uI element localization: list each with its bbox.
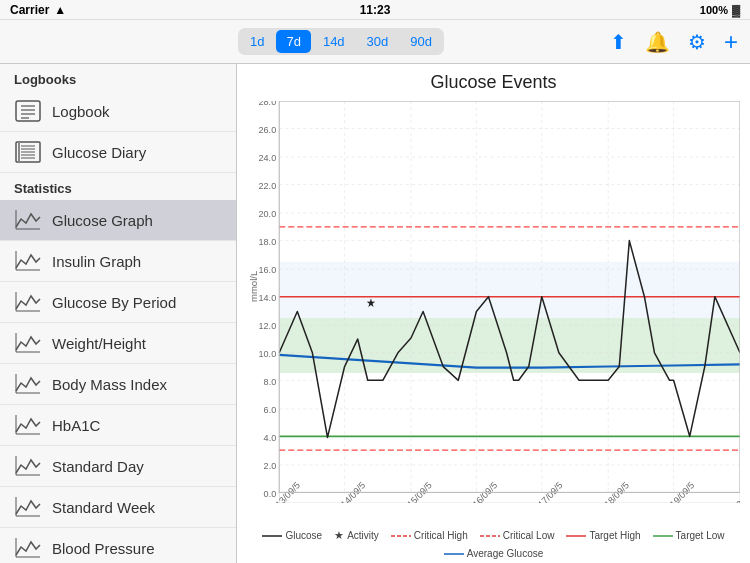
- time-btn-1d[interactable]: 1d: [240, 30, 274, 53]
- legend-activity: ★ Activity: [334, 529, 379, 542]
- sidebar-item-logbook[interactable]: Logbook: [0, 91, 236, 132]
- glucose-chart-svg: 28.0 26.0 24.0 22.0 20.0 18.0 16.0 14.0 …: [247, 101, 740, 503]
- legend-critical-low: Critical Low: [480, 530, 555, 541]
- svg-text:18.0: 18.0: [259, 237, 277, 247]
- chart-legend: Glucose ★ Activity Critical High Critica…: [247, 529, 740, 559]
- sidebar-label-glucose-diary: Glucose Diary: [52, 144, 146, 161]
- svg-text:14.0: 14.0: [259, 293, 277, 303]
- sidebar-item-insulin-graph[interactable]: Insulin Graph: [0, 241, 236, 282]
- svg-text:22.0: 22.0: [259, 181, 277, 191]
- time-btn-90d[interactable]: 90d: [400, 30, 442, 53]
- time-btn-30d[interactable]: 30d: [357, 30, 399, 53]
- sidebar-item-bmi[interactable]: Body Mass Index: [0, 364, 236, 405]
- logbook-icon: [14, 100, 42, 122]
- diary-icon: [14, 141, 42, 163]
- section-header-logbooks: Logbooks: [0, 64, 236, 91]
- battery-text: 100%: [700, 4, 728, 16]
- main-layout: Logbooks Logbook Glucose Di: [0, 64, 750, 563]
- blood-pressure-icon: [14, 537, 42, 559]
- sidebar-label-weight-height: Weight/Height: [52, 335, 146, 352]
- status-right: 100% ▓: [700, 4, 740, 16]
- svg-text:12.0: 12.0: [259, 321, 277, 331]
- sidebar-label-blood-pressure: Blood Pressure: [52, 540, 155, 557]
- svg-text:0.0: 0.0: [264, 488, 277, 498]
- sidebar-item-glucose-graph[interactable]: Glucose Graph: [0, 200, 236, 241]
- insulin-graph-icon: [14, 250, 42, 272]
- svg-text:28.0: 28.0: [259, 101, 277, 107]
- glucose-graph-icon: [14, 209, 42, 231]
- svg-text:8.0: 8.0: [264, 376, 277, 386]
- sidebar-item-glucose-diary[interactable]: Glucose Diary: [0, 132, 236, 173]
- sidebar: Logbooks Logbook Glucose Di: [0, 64, 237, 563]
- legend-label-activity: Activity: [347, 530, 379, 541]
- add-icon[interactable]: +: [724, 28, 738, 56]
- sidebar-item-glucose-by-period[interactable]: Glucose By Period: [0, 282, 236, 323]
- svg-text:24.0: 24.0: [259, 153, 277, 163]
- legend-target-low: Target Low: [653, 530, 725, 541]
- time-button-group: 1d 7d 14d 30d 90d: [238, 28, 444, 55]
- legend-label-average-glucose: Average Glucose: [467, 548, 544, 559]
- svg-text:10.0: 10.0: [259, 349, 277, 359]
- sidebar-item-standard-week[interactable]: Standard Week: [0, 487, 236, 528]
- sidebar-label-hba1c: HbA1C: [52, 417, 100, 434]
- svg-text:4.0: 4.0: [264, 432, 277, 442]
- legend-glucose: Glucose: [262, 530, 322, 541]
- sidebar-item-standard-day[interactable]: Standard Day: [0, 446, 236, 487]
- legend-label-glucose: Glucose: [285, 530, 322, 541]
- legend-label-target-high: Target High: [589, 530, 640, 541]
- chart-title: Glucose Events: [237, 64, 750, 97]
- svg-text:16.0: 16.0: [259, 265, 277, 275]
- section-header-statistics: Statistics: [0, 173, 236, 200]
- sidebar-item-weight-height[interactable]: Weight/Height: [0, 323, 236, 364]
- share-icon[interactable]: ⬆: [610, 30, 627, 54]
- chart-container: 28.0 26.0 24.0 22.0 20.0 18.0 16.0 14.0 …: [237, 97, 750, 563]
- glucose-period-icon: [14, 291, 42, 313]
- sidebar-label-standard-day: Standard Day: [52, 458, 144, 475]
- toolbar: 1d 7d 14d 30d 90d ⬆ 🔔 ⚙ +: [0, 20, 750, 64]
- svg-text:2.0: 2.0: [264, 461, 277, 471]
- status-time: 11:23: [360, 3, 391, 17]
- status-left: Carrier ▲: [10, 3, 66, 17]
- svg-text:20.0: 20.0: [259, 209, 277, 219]
- sidebar-item-blood-pressure[interactable]: Blood Pressure: [0, 528, 236, 563]
- toolbar-actions: ⬆ 🔔 ⚙ +: [610, 28, 738, 56]
- svg-rect-32: [279, 262, 740, 318]
- time-btn-14d[interactable]: 14d: [313, 30, 355, 53]
- settings-icon[interactable]: ⚙: [688, 30, 706, 54]
- sidebar-item-hba1c[interactable]: HbA1C: [0, 405, 236, 446]
- alarm-icon[interactable]: 🔔: [645, 30, 670, 54]
- battery-icon: ▓: [732, 4, 740, 16]
- legend-label-target-low: Target Low: [676, 530, 725, 541]
- bmi-icon: [14, 373, 42, 395]
- legend-critical-high: Critical High: [391, 530, 468, 541]
- legend-target-high: Target High: [566, 530, 640, 541]
- carrier-text: Carrier: [10, 3, 49, 17]
- sidebar-label-standard-week: Standard Week: [52, 499, 155, 516]
- sidebar-label-bmi: Body Mass Index: [52, 376, 167, 393]
- time-btn-7d[interactable]: 7d: [276, 30, 310, 53]
- standard-week-icon: [14, 496, 42, 518]
- wifi-icon: ▲: [54, 3, 66, 17]
- chart-area: Glucose Events: [237, 64, 750, 563]
- svg-text:mmol/L: mmol/L: [249, 271, 259, 302]
- sidebar-label-insulin-graph: Insulin Graph: [52, 253, 141, 270]
- svg-text:26.0: 26.0: [259, 125, 277, 135]
- svg-text:★: ★: [366, 297, 376, 309]
- legend-label-critical-high: Critical High: [414, 530, 468, 541]
- standard-day-icon: [14, 455, 42, 477]
- sidebar-label-glucose-graph: Glucose Graph: [52, 212, 153, 229]
- legend-label-critical-low: Critical Low: [503, 530, 555, 541]
- status-bar: Carrier ▲ 11:23 100% ▓: [0, 0, 750, 20]
- hba1c-icon: [14, 414, 42, 436]
- weight-height-icon: [14, 332, 42, 354]
- sidebar-label-logbook: Logbook: [52, 103, 110, 120]
- legend-average-glucose: Average Glucose: [444, 548, 544, 559]
- sidebar-label-glucose-by-period: Glucose By Period: [52, 294, 176, 311]
- legend-activity-icon: ★: [334, 529, 344, 542]
- svg-text:6.0: 6.0: [264, 405, 277, 415]
